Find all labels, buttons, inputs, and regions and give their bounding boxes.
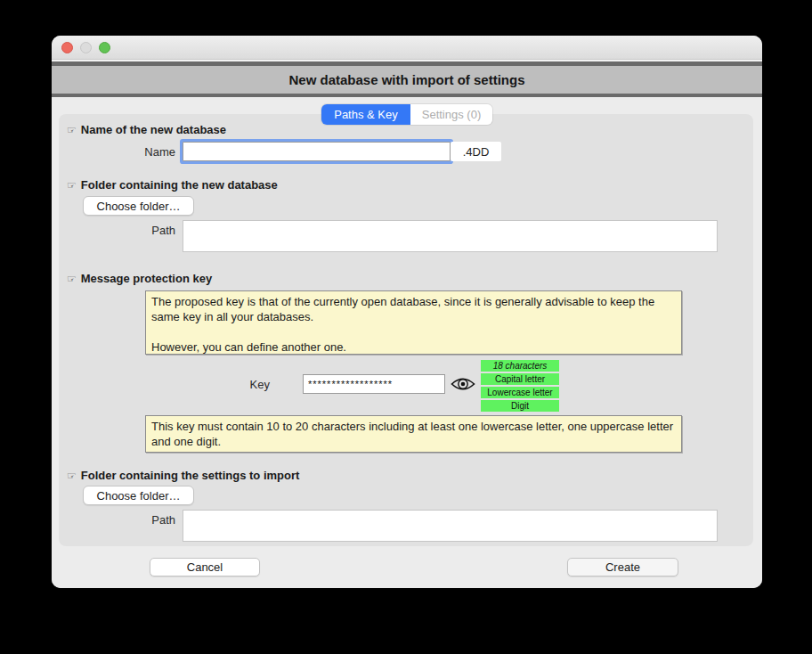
key-requirement-box: This key must contain 10 to 20 character… — [145, 415, 682, 453]
section-title: Folder containing the new database — [81, 178, 278, 192]
key-validation-badges: 18 characters Capital letter Lowercase l… — [481, 360, 559, 413]
create-button[interactable]: Create — [567, 558, 678, 576]
tab-bar: Paths & Key Settings (0) — [321, 104, 492, 125]
section-title: Folder containing the settings to import — [81, 469, 300, 482]
cancel-button[interactable]: Cancel — [150, 558, 260, 576]
file-extension-suffix: .4DD — [451, 142, 501, 161]
tab-paths-and-key[interactable]: Paths & Key — [321, 104, 410, 125]
section-header-key: ☞Message protection key — [67, 272, 212, 285]
close-button[interactable] — [61, 42, 73, 53]
path-db-label: Path — [59, 224, 175, 237]
tab-settings[interactable]: Settings (0) — [410, 104, 492, 125]
pointing-hand-icon: ☞ — [67, 273, 77, 285]
section-title: Message protection key — [81, 272, 212, 285]
eye-icon — [451, 375, 475, 393]
title-bar[interactable] — [52, 36, 762, 60]
key-requirement-text: This key must contain 10 to 20 character… — [151, 419, 676, 449]
content-panel: ☞Name of the new database Name .4DD ☞Fol… — [59, 114, 753, 546]
badge-lowercase-letter: Lowercase letter — [481, 387, 559, 398]
key-info-paragraph: However, you can define another one. — [151, 339, 676, 355]
path-settings-field[interactable] — [183, 510, 718, 542]
path-db-field[interactable] — [183, 220, 718, 252]
badge-capital-letter: Capital letter — [481, 373, 559, 385]
choose-folder-db-button[interactable]: Choose folder… — [83, 196, 194, 216]
badge-digit: Digit — [481, 400, 559, 412]
section-header-name: ☞Name of the new database — [67, 123, 226, 136]
choose-folder-settings-button[interactable]: Choose folder… — [83, 486, 194, 505]
show-password-button[interactable] — [451, 374, 475, 394]
pointing-hand-icon: ☞ — [67, 470, 77, 482]
section-title: Name of the new database — [81, 123, 226, 136]
minimize-button[interactable] — [80, 42, 92, 53]
dialog-header: New database with import of settings — [52, 66, 762, 94]
path-settings-label: Path — [59, 513, 175, 527]
pointing-hand-icon: ☞ — [67, 124, 77, 136]
dialog-body: Paths & Key Settings (0) ☞Name of the ne… — [52, 97, 762, 588]
key-info-box: The proposed key is that of the currentl… — [145, 290, 682, 355]
page-title: New database with import of settings — [288, 72, 524, 87]
name-field-label: Name — [59, 145, 175, 159]
key-input[interactable] — [303, 374, 445, 394]
dialog-window: New database with import of settings Pat… — [52, 36, 762, 588]
key-field-label: Key — [225, 378, 270, 391]
section-header-folder-db: ☞Folder containing the new database — [67, 178, 278, 192]
traffic-lights — [61, 42, 110, 53]
zoom-button[interactable] — [99, 42, 110, 53]
section-header-folder-settings: ☞Folder containing the settings to impor… — [67, 469, 299, 482]
badge-length: 18 characters — [481, 360, 559, 372]
pointing-hand-icon: ☞ — [67, 179, 77, 192]
database-name-input[interactable] — [183, 142, 451, 161]
key-info-paragraph: The proposed key is that of the currentl… — [151, 294, 676, 324]
